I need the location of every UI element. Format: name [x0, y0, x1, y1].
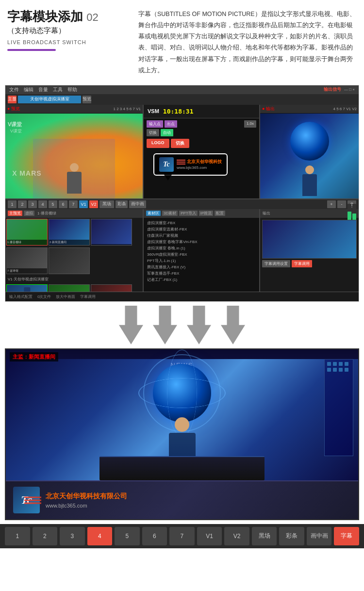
ch-cai[interactable]: 彩条: [116, 200, 128, 208]
tab-preview[interactable]: 预览: [83, 96, 91, 103]
program-preview: ● 预览 1 2 3 4 5 6 7 V1 V课堂 V课堂: [5, 105, 144, 198]
menu-help[interactable]: 帮助: [67, 86, 77, 93]
source-3[interactable]: 佳森演示厂家视频: [146, 232, 257, 239]
cut-red-btn[interactable]: 切换: [171, 139, 189, 148]
output-monitor-label: 主监：新闻直播间: [10, 352, 58, 361]
dot: [345, 362, 348, 366]
source-1[interactable]: 虚拟演播室-FBX: [146, 220, 257, 226]
tab-virtual[interactable]: 天创华视虚拟演播室: [18, 96, 81, 103]
menu-bar: 文件 编辑 音量 工具 帮助 输出信号 — □ ×: [5, 85, 359, 94]
person-body: [67, 172, 82, 194]
person-head-blue: [305, 165, 314, 174]
tc-line-1: [24, 496, 41, 498]
nav-v2[interactable]: V2: [224, 527, 249, 545]
ch-v1[interactable]: V1: [79, 200, 88, 208]
ch-2[interactable]: 2: [18, 200, 27, 208]
source-10[interactable]: 记者工厂-FBX (1): [146, 277, 257, 283]
arrow-3: [187, 306, 211, 345]
subtitle-setting-btn[interactable]: 字幕调用设置: [262, 260, 290, 267]
bubble-company-text: 北京天创华视科技: [187, 159, 222, 165]
window-controls[interactable]: — □ ×: [344, 87, 355, 92]
tc-logo-main: Tc: [13, 487, 40, 513]
arrow-1: [119, 306, 143, 345]
cut-btn[interactable]: 切换: [147, 129, 159, 136]
thumb-v3[interactable]: [91, 284, 132, 292]
dot: [339, 362, 343, 366]
minus-btn[interactable]: -: [337, 200, 346, 208]
tag-cfg[interactable]: 配置: [215, 211, 225, 216]
output-scene: [260, 114, 359, 198]
nav-3[interactable]: 3: [60, 527, 85, 545]
thumb-2-bg: 2·新闻直播间: [49, 219, 89, 245]
thumb-v2-bg: [49, 285, 89, 292]
news-studio-view: NEWS: [6, 349, 358, 519]
source-8[interactable]: 腾讯直播接入-FBX (V): [146, 264, 257, 270]
ch-7[interactable]: 7: [69, 200, 78, 208]
thumb-3[interactable]: [91, 219, 132, 246]
red-lines: [177, 160, 185, 164]
source-9[interactable]: 军事直播选手-FBX: [146, 270, 257, 277]
ch-v2[interactable]: V2: [89, 200, 98, 208]
logo-btn[interactable]: LOGO: [147, 139, 169, 148]
input-btn[interactable]: 输入点: [147, 120, 163, 128]
source-7[interactable]: PPT导入-1.in (1): [146, 258, 257, 264]
bp-right-header: 输出: [260, 209, 359, 218]
source-5[interactable]: 虚拟演播室 春晚.in (1): [146, 245, 257, 251]
nav-blackout[interactable]: 黑场: [252, 527, 277, 545]
thumb-1[interactable]: 1·播音棚绿: [6, 219, 48, 246]
nav-5[interactable]: 5: [115, 527, 140, 545]
nav-2[interactable]: 2: [33, 527, 58, 545]
ch-3[interactable]: 3: [28, 200, 37, 208]
thumb-2[interactable]: 2·新闻直播间: [49, 219, 90, 246]
ch-5[interactable]: 5: [49, 200, 57, 208]
nav-1[interactable]: 1: [5, 527, 30, 545]
tab-main[interactable]: 主显: [8, 96, 17, 103]
nav-color[interactable]: 彩条: [279, 527, 304, 545]
tag-main[interactable]: 主预览: [8, 211, 22, 216]
tag-3d[interactable]: 3D素材: [162, 211, 178, 216]
company-name: 北京天创华视科技有限公司: [46, 492, 127, 501]
ch-pic[interactable]: 画中画: [129, 200, 146, 208]
company-website: www.bjtc365.com: [46, 503, 127, 509]
thumb-5[interactable]: [49, 247, 90, 274]
menu-file[interactable]: 文件: [9, 86, 19, 93]
menu-tools[interactable]: 工具: [53, 86, 63, 93]
header-left: 字幕模块添加 02 （支持动态字幕） LIVE BROADCAST SWITCH: [7, 9, 131, 76]
ctrl-row-2: 切换 自动: [147, 129, 256, 136]
header-section: 字幕模块添加 02 （支持动态字幕） LIVE BROADCAST SWITCH…: [0, 0, 364, 81]
thumb-v1[interactable]: Tc: [6, 284, 48, 292]
nav-v1[interactable]: V1: [197, 527, 222, 545]
nav-7[interactable]: 7: [169, 527, 195, 545]
nav-pip[interactable]: 画中画: [307, 527, 332, 545]
tag-ppt[interactable]: PPT导入: [179, 211, 198, 216]
nav-6[interactable]: 6: [142, 527, 167, 545]
title-subtitle: （支持动态字幕）: [7, 26, 131, 35]
vsm-controls: 输入点 出点 1.0x 切换 自动 LOGO 切换: [144, 118, 259, 150]
nav-subtitle[interactable]: 字幕: [334, 527, 359, 545]
ch-4[interactable]: 4: [38, 200, 47, 208]
tag-source[interactable]: 素材区: [146, 211, 161, 216]
speed-btn[interactable]: 1.0x: [244, 120, 256, 128]
thumb-v2[interactable]: [49, 284, 90, 292]
menu-edit[interactable]: 编辑: [24, 86, 33, 93]
auto-btn[interactable]: 自动: [161, 129, 173, 136]
thumb-4-label: 7·篮球馆: [7, 268, 47, 274]
scene-yellow: V课堂 V课堂 X MARS: [5, 114, 143, 198]
nav-4[interactable]: 4: [87, 527, 113, 545]
line3: [177, 164, 185, 164]
ch-6[interactable]: 6: [59, 200, 67, 208]
source-2[interactable]: 虚拟演播室选素材-FBX: [146, 226, 257, 232]
thumb-4[interactable]: 7·篮球馆: [6, 247, 48, 274]
plus-btn[interactable]: +: [327, 200, 336, 208]
ch-1[interactable]: 1: [8, 200, 17, 208]
output-btn[interactable]: 出点: [165, 120, 177, 128]
ch-hei[interactable]: 黑场: [99, 200, 114, 208]
source-6[interactable]: 360VR虚拟演播室-FBX: [146, 251, 257, 258]
live-broadcast-label: LIVE BROADCAST SWITCH: [7, 39, 131, 45]
subtitle-apply-btn[interactable]: 字幕调用: [292, 260, 312, 267]
tag-virtual[interactable]: 虚拟: [24, 211, 34, 216]
menu-audio[interactable]: 音量: [38, 86, 48, 93]
source-4[interactable]: 虚拟演播室 春晚字幕VH-FBX: [146, 239, 257, 245]
thumb-row-1: 1·播音棚绿 2·新闻直播间: [5, 218, 143, 246]
tag-ip[interactable]: IP推流: [199, 211, 214, 216]
